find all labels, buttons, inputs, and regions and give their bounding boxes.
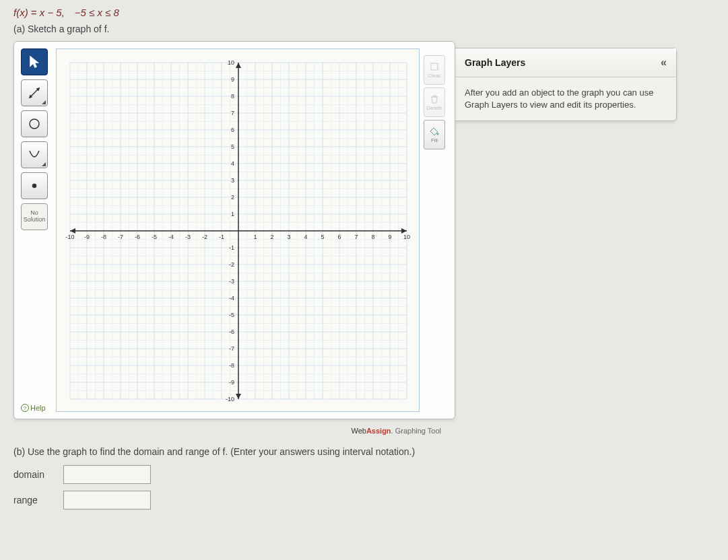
- graph-canvas[interactable]: -10-10-9-9-8-8-7-7-6-6-5-5-4-4-3-3-2-2-1…: [56, 48, 420, 412]
- part-b-label: (b) Use the graph to find the domain and…: [13, 446, 715, 457]
- clear-icon: [430, 62, 439, 71]
- domain-input[interactable]: [63, 465, 151, 484]
- svg-text:-5: -5: [229, 312, 234, 318]
- svg-text:3: 3: [287, 234, 290, 240]
- clear-button[interactable]: Clear: [424, 55, 445, 85]
- svg-text:-4: -4: [229, 295, 234, 302]
- tool-toolbar: No Solution ? Help: [21, 48, 52, 412]
- svg-text:4: 4: [304, 234, 307, 240]
- svg-text:-5: -5: [152, 234, 157, 240]
- svg-text:4: 4: [231, 160, 234, 167]
- svg-text:2: 2: [231, 194, 234, 201]
- no-solution-button[interactable]: No Solution: [21, 203, 48, 230]
- action-toolbar: Clear Delete Fill: [424, 48, 448, 412]
- layers-title: Graph Layers: [465, 57, 525, 68]
- svg-text:6: 6: [231, 127, 234, 133]
- line-icon: [28, 86, 41, 100]
- help-link[interactable]: ? Help: [21, 404, 52, 412]
- svg-text:-3: -3: [185, 234, 191, 240]
- svg-text:8: 8: [371, 234, 374, 240]
- graph-layers-panel: Graph Layers « After you add an object t…: [455, 48, 677, 121]
- svg-marker-89: [401, 228, 407, 234]
- svg-marker-90: [70, 228, 75, 234]
- circle-tool[interactable]: [21, 110, 48, 137]
- graph-panel: No Solution ? Help -10-10-9-9-8-8-7-7-6-…: [13, 41, 455, 419]
- pointer-tool[interactable]: [21, 48, 48, 75]
- point-icon: [28, 179, 41, 193]
- function-formula: f(x) = x − 5, −5 ≤ x ≤ 8: [13, 7, 715, 18]
- layers-body-text: After you add an object to the graph you…: [455, 77, 676, 120]
- svg-point-3: [30, 119, 39, 129]
- svg-text:5: 5: [231, 143, 234, 150]
- svg-text:9: 9: [231, 76, 234, 83]
- svg-text:-9: -9: [84, 234, 90, 240]
- svg-marker-91: [236, 63, 241, 68]
- svg-text:3: 3: [231, 177, 234, 184]
- range-label: range: [13, 495, 54, 505]
- svg-text:-7: -7: [229, 345, 234, 352]
- svg-text:-10: -10: [65, 234, 74, 240]
- svg-text:2: 2: [270, 234, 273, 240]
- svg-text:10: 10: [228, 59, 234, 66]
- svg-text:-9: -9: [229, 379, 234, 386]
- svg-text:1: 1: [231, 211, 234, 217]
- svg-text:-3: -3: [229, 278, 234, 285]
- svg-text:-1: -1: [229, 244, 234, 251]
- svg-text:5: 5: [321, 234, 324, 240]
- svg-text:-7: -7: [118, 234, 123, 240]
- part-a-label: (a) Sketch a graph of f.: [13, 24, 715, 34]
- help-icon: ?: [21, 404, 29, 412]
- fill-icon: [430, 127, 439, 136]
- domain-label: domain: [13, 469, 54, 480]
- svg-text:7: 7: [231, 110, 234, 116]
- svg-rect-133: [431, 63, 438, 70]
- parabola-icon: [28, 148, 41, 162]
- point-tool[interactable]: [21, 172, 48, 199]
- svg-text:-6: -6: [135, 234, 140, 240]
- svg-text:-4: -4: [168, 234, 174, 240]
- svg-text:-8: -8: [101, 234, 106, 240]
- help-label: Help: [30, 404, 46, 412]
- svg-text:7: 7: [354, 234, 358, 240]
- range-input[interactable]: [63, 491, 151, 510]
- svg-text:1: 1: [253, 234, 257, 240]
- svg-text:10: 10: [403, 234, 410, 240]
- svg-point-4: [33, 184, 36, 188]
- svg-text:-6: -6: [229, 328, 234, 335]
- svg-text:-1: -1: [219, 234, 224, 240]
- svg-point-134: [437, 133, 439, 135]
- delete-button[interactable]: Delete: [424, 88, 445, 117]
- svg-text:-2: -2: [229, 261, 234, 268]
- svg-text:-10: -10: [226, 396, 234, 403]
- svg-text:6: 6: [337, 234, 341, 240]
- trash-icon: [430, 94, 439, 104]
- collapse-icon[interactable]: «: [661, 57, 667, 69]
- svg-text:9: 9: [388, 234, 391, 240]
- svg-marker-92: [236, 394, 241, 399]
- line-tool[interactable]: [21, 79, 48, 106]
- pointer-icon: [28, 55, 41, 69]
- brand-footer: WebAssign. Graphing Tool: [351, 427, 441, 435]
- parabola-tool[interactable]: [21, 141, 48, 168]
- fill-button[interactable]: Fill: [424, 120, 445, 149]
- svg-text:-8: -8: [229, 362, 234, 369]
- circle-icon: [28, 117, 41, 131]
- svg-text:8: 8: [231, 93, 234, 100]
- svg-text:-2: -2: [202, 234, 207, 240]
